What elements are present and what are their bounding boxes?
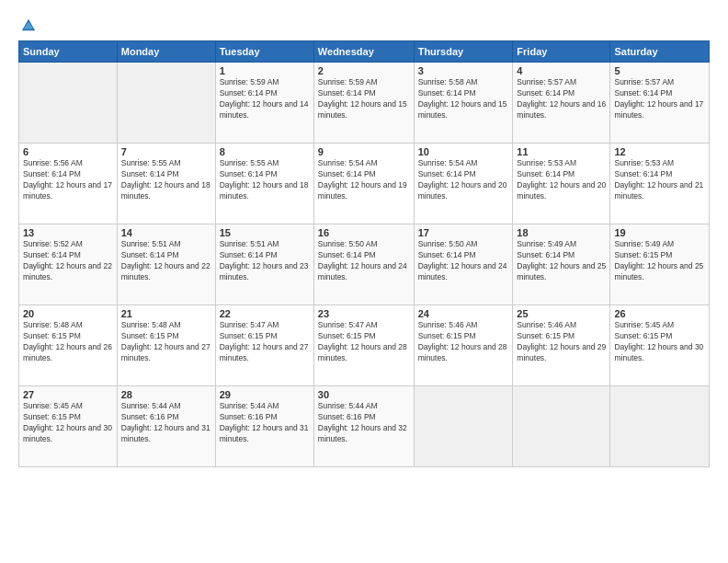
day-detail: Sunrise: 5:55 AM Sunset: 6:14 PM Dayligh… [220,158,310,202]
calendar-cell: 15Sunrise: 5:51 AM Sunset: 6:14 PM Dayli… [215,224,313,305]
day-detail: Sunrise: 5:46 AM Sunset: 6:15 PM Dayligh… [517,320,606,364]
day-number: 5 [614,65,705,76]
day-detail: Sunrise: 5:56 AM Sunset: 6:14 PM Dayligh… [23,158,113,202]
day-detail: Sunrise: 5:54 AM Sunset: 6:14 PM Dayligh… [418,158,509,202]
calendar-cell: 29Sunrise: 5:44 AM Sunset: 6:16 PM Dayli… [215,386,313,467]
calendar-cell: 24Sunrise: 5:46 AM Sunset: 6:15 PM Dayli… [414,305,513,386]
day-detail: Sunrise: 5:44 AM Sunset: 6:16 PM Dayligh… [121,401,211,445]
calendar-cell: 1Sunrise: 5:59 AM Sunset: 6:14 PM Daylig… [215,63,313,144]
day-number: 30 [318,389,410,400]
calendar-cell: 30Sunrise: 5:44 AM Sunset: 6:16 PM Dayli… [313,386,414,467]
day-detail: Sunrise: 5:57 AM Sunset: 6:14 PM Dayligh… [614,77,705,121]
logo [18,17,37,33]
day-number: 2 [318,65,410,76]
day-detail: Sunrise: 5:45 AM Sunset: 6:15 PM Dayligh… [614,320,705,364]
day-detail: Sunrise: 5:51 AM Sunset: 6:14 PM Dayligh… [220,239,310,283]
calendar-cell [117,63,215,144]
day-number: 19 [614,227,705,238]
calendar-cell: 16Sunrise: 5:50 AM Sunset: 6:14 PM Dayli… [313,224,414,305]
day-detail: Sunrise: 5:52 AM Sunset: 6:14 PM Dayligh… [23,239,113,283]
day-detail: Sunrise: 5:45 AM Sunset: 6:15 PM Dayligh… [23,401,113,445]
calendar-day-header: Friday [513,41,610,63]
day-number: 13 [23,227,113,238]
calendar-cell: 26Sunrise: 5:45 AM Sunset: 6:15 PM Dayli… [610,305,710,386]
calendar-week-row: 6Sunrise: 5:56 AM Sunset: 6:14 PM Daylig… [19,144,710,224]
day-number: 22 [220,308,310,319]
calendar-cell: 21Sunrise: 5:48 AM Sunset: 6:15 PM Dayli… [117,305,215,386]
calendar-week-row: 20Sunrise: 5:48 AM Sunset: 6:15 PM Dayli… [19,305,710,386]
calendar-cell [19,63,118,144]
calendar-cell: 25Sunrise: 5:46 AM Sunset: 6:15 PM Dayli… [513,305,610,386]
calendar-cell: 12Sunrise: 5:53 AM Sunset: 6:14 PM Dayli… [610,144,710,224]
day-detail: Sunrise: 5:59 AM Sunset: 6:14 PM Dayligh… [220,77,310,121]
day-detail: Sunrise: 5:54 AM Sunset: 6:14 PM Dayligh… [318,158,410,202]
day-number: 8 [220,146,310,157]
day-detail: Sunrise: 5:50 AM Sunset: 6:14 PM Dayligh… [418,239,509,283]
day-detail: Sunrise: 5:59 AM Sunset: 6:14 PM Dayligh… [318,77,410,121]
calendar-day-header: Wednesday [313,41,414,63]
day-number: 29 [220,389,310,400]
calendar-day-header: Monday [117,41,215,63]
day-number: 26 [614,308,705,319]
calendar-cell: 2Sunrise: 5:59 AM Sunset: 6:14 PM Daylig… [313,63,414,144]
day-number: 17 [418,227,509,238]
calendar-table: SundayMondayTuesdayWednesdayThursdayFrid… [18,40,710,467]
day-detail: Sunrise: 5:50 AM Sunset: 6:14 PM Dayligh… [318,239,410,283]
day-number: 6 [23,146,113,157]
day-number: 16 [318,227,410,238]
day-detail: Sunrise: 5:55 AM Sunset: 6:14 PM Dayligh… [121,158,211,202]
calendar-cell: 19Sunrise: 5:49 AM Sunset: 6:15 PM Dayli… [610,224,710,305]
page: SundayMondayTuesdayWednesdayThursdayFrid… [0,0,728,563]
calendar-day-header: Thursday [414,41,513,63]
day-number: 10 [418,146,509,157]
day-detail: Sunrise: 5:58 AM Sunset: 6:14 PM Dayligh… [418,77,509,121]
calendar-cell: 18Sunrise: 5:49 AM Sunset: 6:14 PM Dayli… [513,224,610,305]
day-number: 7 [121,146,211,157]
calendar-day-header: Sunday [19,41,118,63]
calendar-day-header: Tuesday [215,41,313,63]
day-detail: Sunrise: 5:44 AM Sunset: 6:16 PM Dayligh… [220,401,310,445]
calendar-cell: 22Sunrise: 5:47 AM Sunset: 6:15 PM Dayli… [215,305,313,386]
day-detail: Sunrise: 5:44 AM Sunset: 6:16 PM Dayligh… [318,401,410,445]
day-number: 15 [220,227,310,238]
day-detail: Sunrise: 5:57 AM Sunset: 6:14 PM Dayligh… [517,77,606,121]
day-number: 11 [517,146,606,157]
calendar-week-row: 27Sunrise: 5:45 AM Sunset: 6:15 PM Dayli… [19,386,710,467]
calendar-cell: 6Sunrise: 5:56 AM Sunset: 6:14 PM Daylig… [19,144,118,224]
calendar-cell: 13Sunrise: 5:52 AM Sunset: 6:14 PM Dayli… [19,224,118,305]
calendar-cell: 20Sunrise: 5:48 AM Sunset: 6:15 PM Dayli… [19,305,118,386]
day-number: 12 [614,146,705,157]
day-number: 24 [418,308,509,319]
day-number: 28 [121,389,211,400]
day-number: 3 [418,65,509,76]
day-detail: Sunrise: 5:49 AM Sunset: 6:14 PM Dayligh… [517,239,606,283]
calendar-cell: 7Sunrise: 5:55 AM Sunset: 6:14 PM Daylig… [117,144,215,224]
calendar-cell: 14Sunrise: 5:51 AM Sunset: 6:14 PM Dayli… [117,224,215,305]
day-detail: Sunrise: 5:47 AM Sunset: 6:15 PM Dayligh… [318,320,410,364]
day-number: 27 [23,389,113,400]
calendar-cell: 5Sunrise: 5:57 AM Sunset: 6:14 PM Daylig… [610,63,710,144]
day-number: 14 [121,227,211,238]
day-detail: Sunrise: 5:47 AM Sunset: 6:15 PM Dayligh… [220,320,310,364]
day-detail: Sunrise: 5:46 AM Sunset: 6:15 PM Dayligh… [418,320,509,364]
calendar-cell [610,386,710,467]
day-detail: Sunrise: 5:53 AM Sunset: 6:14 PM Dayligh… [517,158,606,202]
calendar-cell: 23Sunrise: 5:47 AM Sunset: 6:15 PM Dayli… [313,305,414,386]
logo-icon [20,17,37,33]
calendar-cell: 10Sunrise: 5:54 AM Sunset: 6:14 PM Dayli… [414,144,513,224]
calendar-day-header: Saturday [610,41,710,63]
calendar-header-row: SundayMondayTuesdayWednesdayThursdayFrid… [19,41,710,63]
day-number: 4 [517,65,606,76]
day-number: 20 [23,308,113,319]
calendar-cell: 8Sunrise: 5:55 AM Sunset: 6:14 PM Daylig… [215,144,313,224]
calendar-cell: 11Sunrise: 5:53 AM Sunset: 6:14 PM Dayli… [513,144,610,224]
day-detail: Sunrise: 5:48 AM Sunset: 6:15 PM Dayligh… [23,320,113,364]
calendar-week-row: 1Sunrise: 5:59 AM Sunset: 6:14 PM Daylig… [19,63,710,144]
day-number: 21 [121,308,211,319]
day-number: 9 [318,146,410,157]
day-detail: Sunrise: 5:48 AM Sunset: 6:15 PM Dayligh… [121,320,211,364]
calendar-cell: 4Sunrise: 5:57 AM Sunset: 6:14 PM Daylig… [513,63,610,144]
day-detail: Sunrise: 5:51 AM Sunset: 6:14 PM Dayligh… [121,239,211,283]
day-number: 25 [517,308,606,319]
calendar-cell: 9Sunrise: 5:54 AM Sunset: 6:14 PM Daylig… [313,144,414,224]
